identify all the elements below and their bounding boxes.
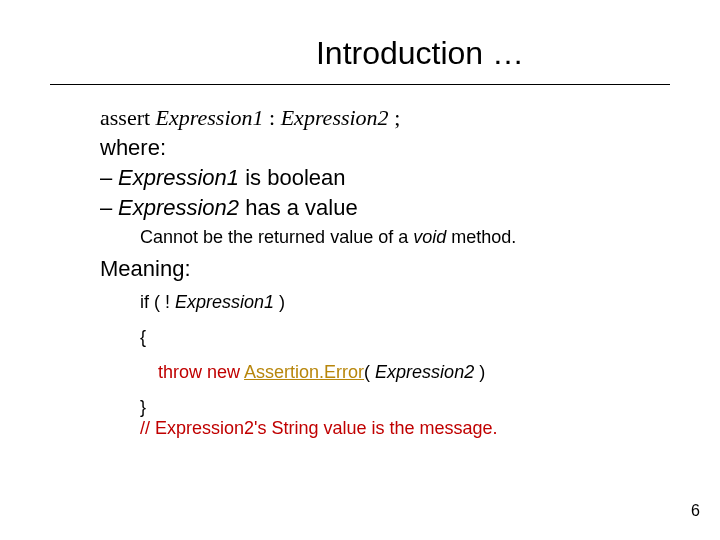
close-brace: } [140,397,670,418]
comment-line: // Expression2's String value is the mes… [140,418,670,439]
if-line: if ( ! Expression1 ) [140,292,670,313]
sub-pre: Cannot be the returned value of a [140,227,413,247]
if-expr: Expression1 [175,292,274,312]
if-pre: if ( ! [140,292,175,312]
bullet-1: – Expression1 is boolean [100,165,670,191]
sub-post: method. [446,227,516,247]
throw-post: ) [474,362,485,382]
slide-title: Introduction … [50,35,670,72]
throw-line: throw new Assertion.Error( Expression2 ) [158,362,670,383]
slide: Introduction … assert Expression1 : Expr… [0,0,720,540]
slide-content: assert Expression1 : Expression2 ; where… [50,105,670,439]
dash-2: – [100,195,118,221]
throw-pre: throw new [158,362,244,382]
kw-assert: assert [100,105,150,130]
sub-note: Cannot be the returned value of a void m… [140,227,670,248]
where-label: where: [100,135,670,161]
bullet-2: – Expression2 has a value [100,195,670,221]
title-rule [50,84,670,85]
assert-sep: : [264,105,281,130]
if-post: ) [274,292,285,312]
dash-1: – [100,165,118,191]
throw-mid: ( [364,362,375,382]
assert-syntax: assert Expression1 : Expression2 ; [100,105,670,131]
throw-expr: Expression2 [375,362,474,382]
expr2: Expression2 [281,105,389,130]
assert-end: ; [389,105,401,130]
bullet-1-rest: is boolean [239,165,345,190]
bullet-2-expr: Expression2 [118,195,239,220]
meaning-label: Meaning: [100,256,670,282]
sub-void: void [413,227,446,247]
throw-link: Assertion.Error [244,362,364,382]
bullet-1-expr: Expression1 [118,165,239,190]
bullet-2-rest: has a value [239,195,358,220]
expr1: Expression1 [156,105,264,130]
page-number: 6 [691,502,700,520]
open-brace: { [140,327,670,348]
